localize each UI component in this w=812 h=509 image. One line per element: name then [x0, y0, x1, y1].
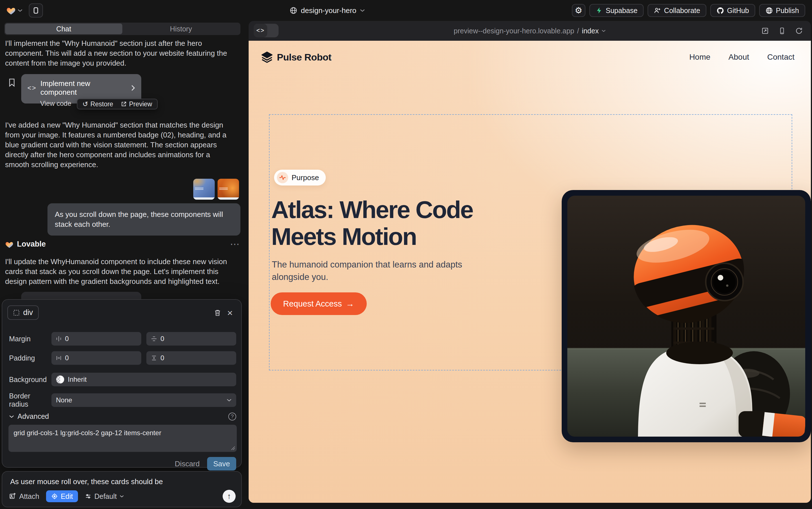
request-access-button[interactable]: Request Access →	[271, 293, 367, 315]
assistant-header: Lovable ⋯	[5, 240, 241, 248]
github-icon	[716, 7, 724, 14]
site-nav: Home About Contact	[689, 53, 795, 62]
edit-mode-button[interactable]: Edit	[46, 490, 78, 502]
resize-handle-icon[interactable]	[230, 446, 235, 450]
purpose-badge-label: Purpose	[292, 173, 319, 182]
padding-x-value: 0	[65, 354, 69, 362]
delete-element-button[interactable]	[211, 307, 224, 319]
padding-x-icon	[56, 355, 62, 361]
preview-url[interactable]: preview--design-your-hero.lovable.app / …	[454, 27, 606, 35]
attachment-thumbnail-blue[interactable]	[193, 179, 215, 200]
open-in-new-tab-button[interactable]	[761, 26, 770, 35]
refresh-button[interactable]	[795, 26, 804, 35]
background-input[interactable]: Inherit	[51, 373, 236, 386]
lovable-heart-icon	[6, 6, 16, 15]
margin-x-input[interactable]: 0	[51, 332, 141, 345]
margin-label: Margin	[9, 335, 51, 343]
bookmark-icon[interactable]	[8, 78, 16, 87]
selected-element-chip[interactable]: div	[7, 305, 39, 320]
lovable-heart-icon	[5, 240, 13, 248]
classes-value: grid grid-cols-1 lg:grid-cols-2 gap-12 i…	[13, 429, 161, 437]
hero-robot-card	[562, 190, 811, 442]
assistant-name: Lovable	[17, 240, 46, 248]
restore-label: Restore	[90, 100, 113, 108]
toggle-sidebar-button[interactable]	[29, 3, 43, 18]
close-icon: ×	[227, 308, 233, 317]
border-radius-value: None	[56, 396, 72, 404]
composer-input[interactable]: As user mouse roll over, these cards sho…	[10, 477, 233, 486]
tab-history[interactable]: History	[122, 24, 239, 34]
discard-button[interactable]: Discard	[175, 460, 200, 468]
message-menu-button[interactable]: ⋯	[230, 242, 241, 246]
user-message-bubble: As you scroll down the page, these compo…	[47, 203, 241, 236]
chevron-right-icon	[131, 85, 135, 91]
dashed-box-icon	[13, 309, 20, 316]
preview-site: Pulse Robot Home About Contact Purpose	[249, 41, 811, 503]
padding-y-input[interactable]: 0	[146, 351, 236, 365]
arrow-right-icon: →	[346, 299, 354, 308]
restore-icon: ↺	[82, 101, 88, 107]
margin-y-input[interactable]: 0	[146, 332, 236, 345]
site-brand[interactable]: Pulse Robot	[261, 51, 331, 63]
mobile-view-button[interactable]	[778, 26, 786, 35]
attach-button[interactable]: Attach	[9, 492, 39, 501]
chat-composer[interactable]: As user mouse roll over, these cards sho…	[2, 471, 242, 507]
collaborate-button[interactable]: Collaborate	[648, 4, 706, 17]
chat-history-tabs: Chat History	[4, 23, 241, 35]
pulse-activity-icon	[277, 172, 288, 183]
attachment-thumbnail-orange[interactable]	[218, 179, 239, 200]
close-inspector-button[interactable]: ×	[224, 307, 236, 319]
publish-button[interactable]: Publish	[759, 4, 805, 17]
padding-x-input[interactable]: 0	[51, 351, 141, 365]
purpose-badge: Purpose	[274, 170, 326, 185]
model-default-selector[interactable]: Default	[85, 492, 124, 501]
tab-chat[interactable]: Chat	[5, 24, 122, 34]
code-icon: <>	[27, 84, 36, 92]
robot-image	[567, 196, 805, 437]
github-button[interactable]: GitHub	[710, 4, 755, 17]
selected-hero-section[interactable]: Purpose Atlas: Where Code Meets Motion T…	[269, 114, 792, 370]
supabase-button[interactable]: Supabase	[589, 4, 644, 17]
nav-about[interactable]: About	[728, 53, 749, 62]
margin-x-icon	[56, 336, 62, 342]
collaborate-label: Collaborate	[664, 6, 700, 15]
project-switcher[interactable]: design-your-hero	[290, 0, 365, 21]
url-separator: /	[577, 27, 579, 35]
site-brand-name: Pulse Robot	[277, 52, 331, 63]
url-domain: preview--design-your-hero.lovable.app	[454, 27, 575, 35]
nav-home[interactable]: Home	[689, 53, 710, 62]
lovable-app-window: design-your-hero ⚙ Supabase	[0, 0, 812, 509]
request-access-label: Request Access	[283, 299, 342, 308]
chevron-down-icon	[17, 9, 23, 12]
layers-logo-icon	[261, 51, 273, 63]
top-bar: design-your-hero ⚙ Supabase	[0, 0, 812, 21]
help-icon[interactable]: ?	[228, 413, 236, 420]
target-icon	[51, 493, 58, 500]
component-card-title: Implement new component	[40, 79, 127, 97]
url-page: index	[582, 27, 599, 35]
preview-button[interactable]: Preview	[121, 100, 152, 108]
lovable-logo-menu[interactable]	[6, 6, 23, 15]
hero-title: Atlas: Where Code Meets Motion	[271, 196, 473, 250]
sliders-icon	[85, 493, 91, 500]
arrow-up-icon: ↑	[227, 492, 231, 501]
sidebar-panel-icon	[32, 7, 40, 14]
site-header: Pulse Robot Home About Contact	[249, 41, 811, 73]
background-label: Background	[9, 376, 51, 384]
preview-label: Preview	[129, 100, 152, 108]
chevron-down-icon	[119, 495, 124, 498]
nav-contact[interactable]: Contact	[767, 53, 795, 62]
border-radius-select[interactable]: None	[51, 393, 236, 407]
chevron-down-icon	[601, 29, 606, 32]
code-preview-toggle[interactable]: <>	[254, 24, 279, 37]
hero-subtitle: The humanoid companion that learns and a…	[272, 259, 464, 283]
advanced-label: Advanced	[17, 412, 49, 420]
save-button[interactable]: Save	[207, 457, 236, 471]
settings-button[interactable]: ⚙	[572, 4, 585, 17]
margin-y-icon	[151, 336, 157, 342]
send-button[interactable]: ↑	[223, 490, 236, 503]
assistant-message-1: I'll implement the "Why Humanoid" sectio…	[5, 38, 231, 68]
advanced-classes-textarea[interactable]: grid grid-cols-1 lg:grid-cols-2 gap-12 i…	[8, 425, 237, 452]
restore-button[interactable]: ↺ Restore	[82, 100, 113, 108]
advanced-collapse-chevron[interactable]	[9, 415, 14, 418]
